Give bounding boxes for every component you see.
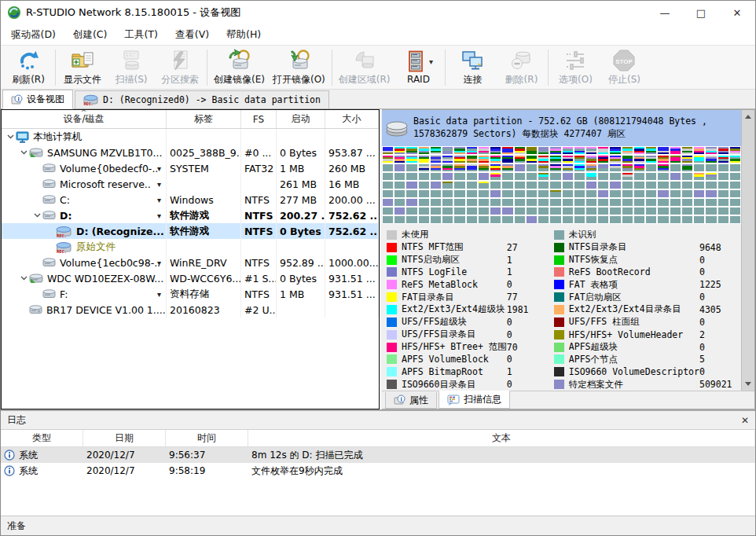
row-dropdown-icon[interactable]: ▾ [157,180,161,189]
log-column-header-1[interactable]: 日期 [83,430,166,446]
tree-row-4[interactable]: C:▾WindowsNTFS277 MB200.00 ... [2,192,379,207]
toolbar-button-create-image[interactable]: 创建镜像(E) [210,47,269,88]
legend-color-chip [554,367,564,376]
scan-block [586,173,596,180]
log-column-header-3[interactable]: 文本 [248,430,755,446]
scan-block [406,147,417,154]
log-cell-date: 2020/12/7 [83,447,166,463]
scan-block [706,182,716,189]
tree-row-7[interactable]: REC.原始文件 [2,239,379,255]
row-dropdown-icon[interactable]: ▾ [157,196,161,204]
tree-cell-size: 200.00 ... [325,192,379,207]
legend-label: NTFS恢复点 [569,254,699,266]
expander-icon[interactable] [31,213,42,218]
scan-block [515,173,525,180]
right-panel-scrollbar[interactable] [741,110,754,391]
row-dropdown-icon[interactable]: ▾ [157,164,161,173]
tree-column-header-2[interactable]: FS [241,110,277,128]
tree-row-9[interactable]: WDC WD10EZEX-08W...WD-WCC6Y6...#1 S...0 … [2,270,379,286]
scan-info-icon [447,395,460,406]
menu-item-4[interactable]: 帮助(H) [218,25,270,45]
row-dropdown-icon[interactable]: ▾ [157,290,161,299]
log-close-icon[interactable]: ✕ [741,415,749,426]
scroll-up-icon[interactable] [745,115,751,119]
scan-block [527,164,537,171]
scroll-down-icon[interactable] [745,382,751,386]
log-row-0[interactable]: 系统2020/12/79:56:378m 12s 的 D: 扫描已完成 [1,447,755,463]
close-button[interactable]: ✕ [719,1,755,24]
tree-cell-fs: NTFS [241,207,277,223]
tree-row-1[interactable]: SAMSUNG MZVLB1T0...0025_388B_9...#0 ...0… [2,145,379,160]
tree-row-10[interactable]: F:▾资料存储NTFS1 MB931.51 ... [2,286,379,302]
dropdown-caret-icon[interactable]: ▾ [429,57,433,66]
legend-value: 0 [507,379,551,390]
toolbar-button-raid[interactable]: ▾RAID [394,47,442,88]
tree-row-label: 原始文件 [76,240,116,254]
log-column-header-2[interactable]: 时间 [166,430,248,446]
tree-row-3[interactable]: Microsoft reserve..▾261 MB16 MB [2,176,379,192]
expander-icon[interactable] [5,134,16,139]
legend-color-chip [387,343,397,352]
panel-tab-properties[interactable]: 属性 [385,392,437,409]
scan-block [490,190,501,197]
scan-block [610,216,620,223]
toolbar-button-refresh[interactable]: 刷新(R) [4,47,53,88]
menu-item-2[interactable]: 工具(T) [116,25,166,45]
scan-block [730,182,740,189]
scan-block [527,207,537,215]
expander-icon[interactable] [18,276,29,281]
scan-block [454,190,464,197]
tree-row-label: SAMSUNG MZVLB1T0... [47,147,163,159]
scan-block [490,173,501,180]
expander-icon[interactable] [18,150,29,155]
scan-block [586,164,596,171]
tree-cell-label: SYSTEM [167,160,241,176]
panel-tab-scan-info[interactable]: 扫描信息 [439,391,510,409]
partition-icon [42,195,56,204]
minimize-button[interactable]: — [647,1,683,24]
scan-block [527,199,537,206]
scan-block [610,173,620,180]
scan-block [658,199,668,206]
toolbar-button-label: 扫描(S) [116,73,148,86]
tree-row-11[interactable]: BR17 DEVICE V1.00 1....20160823#2 U... [2,302,379,318]
log-row-1[interactable]: 系统2020/12/79:58:19文件枚举在9秒内完成 [1,463,755,479]
legend-item: ISO9660 VolumeDescriptor0 [554,365,741,378]
tab-device-view[interactable]: 设备视图 [2,90,73,109]
scan-block [598,182,608,189]
tree-row-2[interactable]: Volume{0bedecf0-..▾SYSTEMFAT321 MB260 MB [2,160,379,176]
tree-row-0[interactable]: 本地计算机 [2,129,379,145]
tree-row-8[interactable]: Volume{1ecb0c98-..▾WinRE_DRVNTFS952.89 .… [2,255,379,270]
tree-row-6[interactable]: REC.D: (Recognize...软件游戏NTFS0 Bytes752.6… [2,223,379,239]
scan-info-panel: Basic data partition - 752.62 GB (808121… [382,109,755,409]
legend-label: APFS BitmapRoot [402,366,507,377]
menu-item-1[interactable]: 创建(C) [64,25,116,45]
toolbar-button-connect[interactable]: 连接 [448,47,497,88]
log-column-header-0[interactable]: 类型 [1,430,83,446]
tree-column-header-4[interactable]: 大小 [325,110,379,128]
scan-block [406,156,417,163]
tree-row-5[interactable]: D:▾软件游戏NTFS200.27 ...752.62 ... [2,207,379,223]
row-dropdown-icon[interactable]: ▾ [157,259,161,267]
menu-item-3[interactable]: 查看(V) [167,25,218,45]
tree-column-header-0[interactable]: ^设备/磁盘 [2,110,167,128]
legend-label: ISO9660 VolumeDescriptor [569,366,699,377]
legend-item: HFS/HFS+ BTree+ 范围70 [387,341,551,354]
scan-block [442,216,453,223]
scan-block-map[interactable] [382,146,741,224]
tree-column-header-1[interactable]: 标签 [167,110,241,128]
app-window: R-STUDIO Network 8.15.180015 - 设备视图 — □ … [0,0,756,536]
legend-label: FAT启动扇区 [569,292,699,303]
menu-item-0[interactable]: 驱动器(D) [2,25,64,45]
tree-column-header-3[interactable]: 启动 [277,110,325,128]
tab-partition-view[interactable]: REC. D: (Recognized0) -> Basic data part… [75,90,329,108]
tree-cell-boot: 0 Bytes [277,223,325,239]
toolbar-button-open-image[interactable]: 打开镜像(O) [269,47,329,88]
scan-block [431,190,441,197]
row-dropdown-icon[interactable]: ▾ [157,211,161,220]
toolbar-button-show-files[interactable]: 显示文件 [58,47,107,88]
scan-block [610,190,620,197]
log-cell-text: 8m 12s 的 D: 扫描已完成 [248,447,755,463]
maximize-button[interactable]: □ [683,1,719,24]
scan-block [646,199,656,206]
